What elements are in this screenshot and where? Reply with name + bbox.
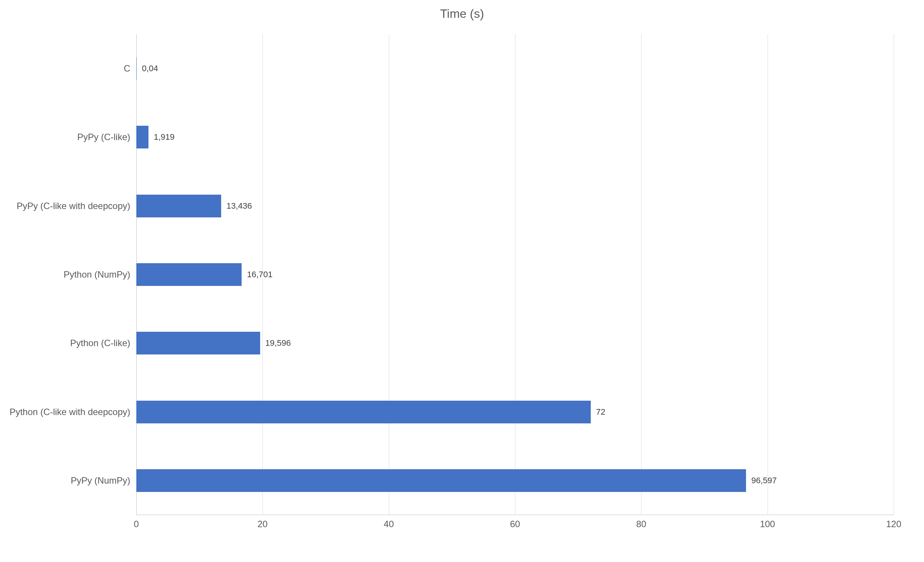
bar [136, 195, 221, 217]
bar-row: PyPy (C-like)1,919 [136, 126, 894, 148]
x-tick-label: 100 [756, 519, 779, 529]
category-label: Python (NumPy) [64, 269, 130, 280]
data-label: 16,701 [247, 270, 272, 279]
bar [136, 263, 242, 286]
category-label: C [124, 63, 130, 74]
bar-row: PyPy (NumPy)96,597 [136, 469, 894, 492]
category-label: Python (C-like) [70, 338, 130, 348]
x-tick-label: 80 [630, 519, 652, 529]
bar-row: PyPy (C-like with deepcopy)13,436 [136, 195, 894, 217]
x-tick-label: 20 [251, 519, 274, 529]
data-label: 13,436 [226, 201, 252, 211]
category-label: PyPy (NumPy) [71, 475, 130, 486]
bar-row: Python (NumPy)16,701 [136, 263, 894, 286]
bar [136, 401, 591, 423]
bar [136, 332, 260, 354]
chart-title: Time (s) [0, 7, 924, 21]
plot-area: C0,04PyPy (C-like)1,919PyPy (C-like with… [136, 34, 894, 515]
bar-row: Python (C-like with deepcopy)72 [136, 401, 894, 423]
category-label: PyPy (C-like with deepcopy) [17, 201, 130, 211]
category-label: PyPy (C-like) [77, 132, 130, 142]
data-label: 0,04 [142, 64, 158, 73]
bar [136, 57, 137, 80]
x-tick-label: 120 [882, 519, 905, 529]
x-tick-label: 40 [378, 519, 400, 529]
x-tick-label: 60 [504, 519, 526, 529]
bar [136, 126, 148, 148]
bar-row: C0,04 [136, 57, 894, 80]
x-tick-label: 0 [125, 519, 148, 529]
bar-row: Python (C-like)19,596 [136, 332, 894, 354]
data-label: 1,919 [154, 132, 175, 142]
data-label: 96,597 [751, 476, 777, 486]
category-label: Python (C-like with deepcopy) [9, 407, 130, 417]
gridline [894, 34, 894, 515]
data-label: 72 [596, 407, 605, 417]
chart-container: Time (s) C0,04PyPy (C-like)1,919PyPy (C-… [0, 0, 924, 562]
data-label: 19,596 [265, 338, 291, 348]
bar [136, 469, 746, 492]
